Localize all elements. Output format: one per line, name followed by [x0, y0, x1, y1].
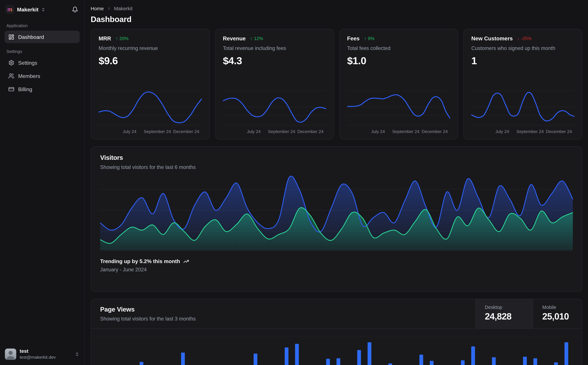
sparkline-x-axis: July 24September 24December 24 — [471, 128, 574, 135]
gear-icon — [8, 60, 14, 66]
makerkit-logo[interactable]: m — [6, 5, 14, 14]
stat-card-new-customers: New Customers ↓-25% Customers who signed… — [463, 29, 582, 140]
trend-badge: ↑9% — [364, 36, 374, 41]
new-customers-sparkline-chart: July 24September 24December 24 — [471, 89, 574, 135]
chevrons-up-down-icon — [41, 7, 45, 12]
stat-card-mrr: MRR ↑20% Monthly recurring revenue $9.6 … — [91, 29, 210, 140]
page-views-title: Page Views — [100, 306, 196, 313]
section-label-settings: Settings — [7, 49, 78, 54]
section-label-application: Application — [7, 23, 78, 28]
mrr-sparkline-chart: July 24September 24December 24 — [99, 89, 202, 135]
visitors-period: January - June 2024 — [100, 267, 573, 273]
chevron-right-icon — [107, 7, 111, 11]
team-name: Makerkit — [17, 7, 39, 13]
visitors-subtitle: Showing total visitors for the last 6 mo… — [100, 164, 573, 170]
stat-title: New Customers — [471, 35, 513, 42]
logo-letter: m — [7, 6, 12, 12]
stat-description: Total revenue including fees — [223, 45, 326, 51]
sidebar-item-label: Members — [18, 73, 40, 79]
stat-card-revenue: Revenue ↑12% Total revenue including fee… — [215, 29, 334, 140]
trend-arrow-up-icon: ↑ — [116, 36, 118, 41]
trend-arrow-up-icon: ↑ — [250, 36, 253, 41]
visitors-area-chart — [100, 176, 573, 251]
stat-description: Monthly recurring revenue — [99, 45, 202, 51]
user-name: test — [20, 348, 56, 354]
fees-sparkline-chart: July 24September 24December 24 — [347, 89, 450, 135]
sidebar: m Makerkit Application Dashboard — [0, 0, 85, 365]
stat-value: $4.3 — [223, 55, 326, 67]
user-meta: test test@makerkit.dev — [20, 348, 56, 360]
revenue-sparkline-chart: July 24September 24December 24 — [223, 89, 326, 135]
stat-title: Fees — [347, 35, 360, 42]
notifications-button[interactable] — [72, 6, 78, 13]
mobile-value: 25,010 — [542, 311, 582, 322]
page-views-subtitle: Showing total visitors for the last 3 mo… — [100, 316, 196, 322]
dashboard-icon — [8, 34, 14, 40]
visitors-trend-line: Trending up by 5.2% this month — [100, 258, 573, 264]
sparkline-x-axis: July 24September 24December 24 — [99, 128, 202, 135]
trend-arrow-down-icon: ↓ — [517, 36, 519, 41]
stat-cards-row: MRR ↑20% Monthly recurring revenue $9.6 … — [91, 29, 582, 140]
stat-value: $9.6 — [99, 55, 202, 67]
members-icon — [8, 73, 14, 79]
stat-value: 1 — [471, 55, 574, 67]
page-views-header: Page Views Showing total visitors for th… — [91, 299, 582, 329]
sidebar-item-members[interactable]: Members — [5, 70, 80, 82]
user-avatar — [5, 348, 16, 360]
trend-arrow-up-icon: ↑ — [364, 36, 366, 41]
breadcrumb-home[interactable]: Home — [91, 6, 104, 11]
sparkline-x-axis: July 24September 24December 24 — [223, 128, 326, 135]
sidebar-header: m Makerkit — [0, 0, 84, 17]
sparkline-x-axis: July 24September 24December 24 — [347, 128, 450, 135]
stat-description: Total fees collected — [347, 45, 450, 51]
stat-value: $1.0 — [347, 55, 450, 67]
page-title: Dashboard — [91, 15, 582, 24]
trend-badge: ↑20% — [116, 36, 129, 41]
page-views-card: Page Views Showing total visitors for th… — [91, 299, 582, 365]
stat-title: MRR — [99, 35, 111, 42]
sidebar-nav: Application Dashboard Settings Settings … — [0, 17, 84, 96]
chevrons-up-down-icon — [75, 352, 79, 356]
stat-title: Revenue — [223, 35, 246, 42]
sidebar-item-label: Settings — [18, 60, 37, 66]
trend-badge: ↓-25% — [517, 36, 532, 41]
toggle-desktop[interactable]: Desktop 24,828 — [475, 299, 533, 329]
team-switcher[interactable]: Makerkit — [17, 7, 45, 13]
trending-up-icon — [183, 259, 189, 264]
visitors-card: Visitors Showing total visitors for the … — [91, 146, 582, 292]
bell-icon — [72, 6, 78, 13]
page-views-bar-chart — [91, 329, 582, 365]
trend-badge: ↑12% — [250, 36, 263, 41]
user-menu[interactable]: test test@makerkit.dev — [0, 344, 84, 365]
visitors-title: Visitors — [100, 154, 573, 162]
stat-description: Customers who signed up this month — [471, 45, 574, 51]
sidebar-item-settings[interactable]: Settings — [5, 56, 80, 69]
sidebar-item-dashboard[interactable]: Dashboard — [5, 31, 80, 43]
toggle-mobile[interactable]: Mobile 25,010 — [533, 299, 582, 329]
app-root: m Makerkit Application Dashboard — [0, 0, 588, 365]
breadcrumb: Home Makerkit — [91, 6, 582, 11]
breadcrumb-current: Makerkit — [114, 6, 132, 11]
mobile-label: Mobile — [542, 305, 582, 310]
sidebar-item-label: Dashboard — [18, 34, 44, 40]
user-email: test@makerkit.dev — [20, 354, 56, 360]
main-content: Home Makerkit Dashboard MRR ↑20% Monthly… — [85, 0, 588, 365]
billing-icon — [8, 86, 14, 92]
sidebar-item-label: Billing — [18, 86, 32, 92]
stat-card-fees: Fees ↑9% Total fees collected $1.0 July … — [339, 29, 458, 140]
sidebar-item-billing[interactable]: Billing — [5, 83, 80, 95]
desktop-label: Desktop — [485, 305, 533, 310]
desktop-value: 24,828 — [485, 311, 533, 322]
